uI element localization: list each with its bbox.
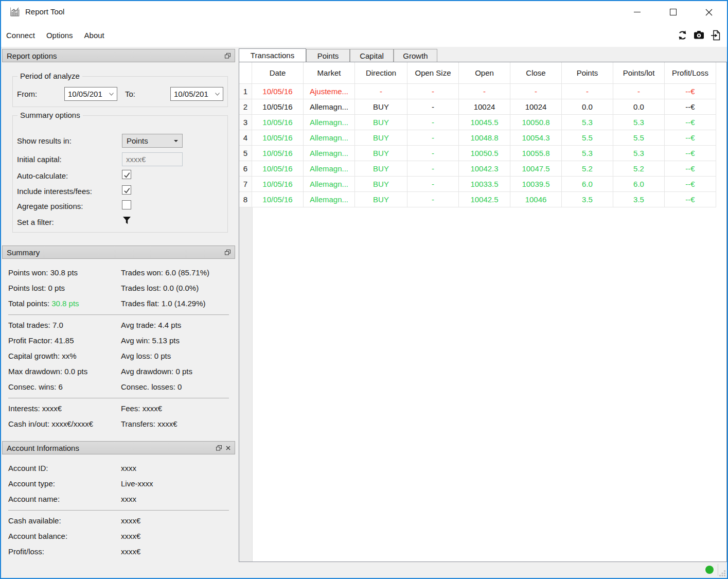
cell[interactable]: --€ (665, 192, 716, 207)
menu-connect[interactable]: Connect (1, 31, 41, 40)
cell[interactable]: 0.0 (562, 99, 613, 115)
cell[interactable]: - (407, 99, 459, 115)
cell[interactable]: 0.0 (613, 99, 665, 115)
float-pane-icon[interactable] (225, 250, 230, 255)
show-results-select[interactable]: Points (122, 134, 183, 148)
cell[interactable]: - (407, 161, 459, 177)
cell[interactable]: - (407, 146, 459, 161)
cell[interactable]: 10048.8 (459, 130, 510, 146)
cell[interactable]: 10033.5 (459, 177, 510, 192)
cell[interactable]: --€ (665, 130, 716, 146)
cell[interactable]: 10045.5 (459, 115, 510, 130)
close-pane-icon[interactable] (226, 446, 230, 450)
column-header[interactable]: Profit/Loss (665, 62, 716, 84)
cell[interactable]: 3.5 (613, 192, 665, 207)
cell[interactable]: 10024 (510, 99, 562, 115)
cell[interactable]: --€ (665, 146, 716, 161)
tab-growth[interactable]: Growth (394, 49, 437, 62)
cell[interactable]: 6.0 (562, 177, 613, 192)
tab-capital[interactable]: Capital (350, 49, 394, 62)
cell[interactable]: - (355, 84, 407, 99)
cell[interactable]: --€ (665, 161, 716, 177)
cell[interactable]: Allemagn... (304, 161, 355, 177)
column-header[interactable]: Direction (355, 62, 407, 84)
cell[interactable]: - (613, 84, 665, 99)
cell[interactable]: 10/05/16 (252, 177, 304, 192)
maximize-button[interactable] (655, 1, 691, 23)
cell[interactable]: Allemagn... (304, 192, 355, 207)
float-pane-icon[interactable] (216, 445, 222, 451)
column-header[interactable]: Open (459, 62, 510, 84)
menu-options[interactable]: Options (41, 31, 79, 40)
cell[interactable]: 10/05/16 (252, 146, 304, 161)
close-button[interactable] (691, 1, 727, 23)
cell[interactable]: 6.0 (613, 177, 665, 192)
cell[interactable]: - (407, 115, 459, 130)
cell[interactable]: 10/05/16 (252, 99, 304, 115)
cell[interactable]: 10/05/16 (252, 84, 304, 99)
cell[interactable]: - (562, 84, 613, 99)
cell[interactable]: 5.3 (562, 115, 613, 130)
column-header[interactable]: Points/lot (613, 62, 665, 84)
cell[interactable]: BUY (355, 161, 407, 177)
cell[interactable]: Allemagn... (304, 177, 355, 192)
table-row[interactable]: 1 10/05/16Ajusteme...--------€ (239, 84, 726, 99)
cell[interactable]: 5.2 (613, 161, 665, 177)
cell[interactable]: 5.3 (613, 146, 665, 161)
cell[interactable]: 10/05/16 (252, 115, 304, 130)
table-row[interactable]: 2 10/05/16Allemagn...BUY-10024100240.00.… (239, 99, 726, 115)
cell[interactable]: --€ (665, 177, 716, 192)
menu-about[interactable]: About (79, 31, 110, 40)
tab-points[interactable]: Points (306, 49, 350, 62)
cell[interactable]: --€ (665, 99, 716, 115)
cell[interactable]: - (407, 192, 459, 207)
cell[interactable]: 10047.5 (510, 161, 562, 177)
table-row[interactable]: 6 10/05/16Allemagn...BUY-10042.310047.55… (239, 161, 726, 177)
cell[interactable]: - (459, 84, 510, 99)
cell[interactable]: 10054.3 (510, 130, 562, 146)
cell[interactable]: Allemagn... (304, 146, 355, 161)
tab-transactions[interactable]: Transactions (239, 48, 306, 62)
pane-header-report-options[interactable]: Report options (2, 49, 235, 62)
cell[interactable]: 5.3 (562, 146, 613, 161)
cell[interactable]: 10024 (459, 99, 510, 115)
table-row[interactable]: 5 10/05/16Allemagn...BUY-10050.510055.85… (239, 146, 726, 161)
column-header[interactable]: Points (562, 62, 613, 84)
cell[interactable]: 10/05/16 (252, 192, 304, 207)
cell[interactable]: Ajusteme... (304, 84, 355, 99)
cell[interactable]: - (407, 177, 459, 192)
float-pane-icon[interactable] (225, 53, 230, 59)
column-header[interactable]: Date (252, 62, 304, 84)
title-bar[interactable]: Report Tool (1, 1, 727, 23)
cell[interactable]: 10055.8 (510, 146, 562, 161)
resize-grip-icon[interactable] (719, 570, 725, 576)
auto-calculate-checkbox[interactable] (122, 170, 131, 179)
column-header[interactable]: Market (304, 62, 355, 84)
refresh-button[interactable] (677, 29, 688, 41)
cell[interactable]: - (407, 130, 459, 146)
include-fees-checkbox[interactable] (122, 185, 131, 195)
cell[interactable]: BUY (355, 130, 407, 146)
filter-icon[interactable] (122, 216, 131, 225)
cell[interactable]: --€ (665, 115, 716, 130)
cell[interactable]: 10/05/16 (252, 161, 304, 177)
cell[interactable]: 5.5 (613, 130, 665, 146)
to-date-picker[interactable]: 10/05/201 (170, 87, 223, 101)
cell[interactable]: 10050.8 (510, 115, 562, 130)
cell[interactable]: - (407, 84, 459, 99)
column-header[interactable]: Close (510, 62, 562, 84)
cell[interactable]: - (510, 84, 562, 99)
table-row[interactable]: 8 10/05/16Allemagn...BUY-10042.5100463.5… (239, 192, 726, 207)
from-date-picker[interactable]: 10/05/201 (64, 87, 117, 101)
cell[interactable]: 10/05/16 (252, 130, 304, 146)
cell[interactable]: 5.2 (562, 161, 613, 177)
cell[interactable]: BUY (355, 115, 407, 130)
screenshot-button[interactable] (693, 29, 704, 41)
pane-header-account[interactable]: Account Informations (2, 441, 235, 454)
cell[interactable]: Allemagn... (304, 99, 355, 115)
pane-header-summary[interactable]: Summary (2, 245, 235, 259)
cell[interactable]: 10042.3 (459, 161, 510, 177)
table-row[interactable]: 4 10/05/16Allemagn...BUY-10048.810054.35… (239, 130, 726, 146)
cell[interactable]: 10039.5 (510, 177, 562, 192)
agregate-positions-checkbox[interactable] (122, 200, 131, 209)
